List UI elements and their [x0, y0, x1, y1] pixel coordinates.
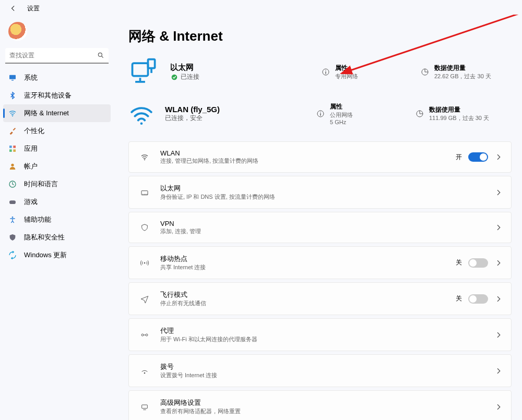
settings-row-4[interactable]: 飞行模式 停止所有无线通信 关 — [128, 282, 512, 315]
search-icon — [97, 52, 104, 59]
sidebar-item-3[interactable]: 个性化 — [3, 122, 111, 140]
row-title: 代理 — [160, 326, 494, 335]
sidebar-item-9[interactable]: 隐私和安全性 — [3, 229, 111, 246]
shield-icon — [8, 233, 17, 242]
row-subtitle: 共享 Internet 连接 — [160, 263, 456, 271]
connection-status: 已连接 — [170, 73, 311, 81]
sidebar-item-8[interactable]: 辅助功能 — [3, 211, 111, 229]
bluetooth-icon — [8, 91, 17, 100]
window-title: 设置 — [27, 4, 40, 13]
row-subtitle: 查看所有网络适配器，网络重置 — [160, 407, 494, 415]
row-subtitle: 停止所有无线通信 — [160, 299, 456, 307]
ethernet-connection-card: 以太网 已连接 属性 专用网络 数据使用量 22.62 GB，过去 30 天 — [128, 53, 512, 94]
chevron-right-icon — [494, 153, 503, 161]
svg-point-25 — [144, 372, 146, 374]
sidebar-item-1[interactable]: 蓝牙和其他设备 — [3, 87, 111, 104]
svg-point-11 — [12, 217, 14, 218]
properties-link[interactable]: 属性 公用网络 5 GHz — [316, 102, 405, 125]
sidebar-item-10[interactable]: Windows 更新 — [3, 246, 111, 264]
game-icon — [8, 198, 17, 206]
sidebar: 系统蓝牙和其他设备网络 & Internet个性化应用帐户时间和语言游戏辅助功能… — [0, 15, 114, 420]
sidebar-item-label: 游戏 — [24, 197, 38, 207]
proxy-icon — [137, 331, 152, 339]
settings-row-7[interactable]: 高级网络设置 查看所有网络适配器，网络重置 — [128, 390, 512, 420]
sidebar-item-6[interactable]: 时间和语言 — [3, 175, 111, 193]
svg-rect-1 — [9, 75, 16, 79]
titlebar: 设置 — [0, 0, 522, 15]
globe-clock-icon — [8, 180, 17, 188]
sidebar-item-0[interactable]: 系统 — [3, 69, 111, 87]
svg-point-17 — [140, 122, 143, 125]
settings-row-3[interactable]: 移动热点 共享 Internet 连接 关 — [128, 246, 512, 279]
row-title: 拨号 — [160, 362, 494, 371]
data-usage-link[interactable]: 数据使用量 22.62 GB，过去 30 天 — [421, 64, 522, 80]
settings-row-0[interactable]: WLAN 连接, 管理已知网络, 按流量计费的网络 开 — [128, 141, 512, 173]
update-icon — [8, 251, 17, 259]
row-subtitle: 连接, 管理已知网络, 按流量计费的网络 — [160, 157, 456, 165]
settings-row-2[interactable]: VPN 添加, 连接, 管理 — [128, 212, 512, 243]
sidebar-item-5[interactable]: 帐户 — [3, 158, 111, 175]
svg-point-24 — [146, 334, 148, 336]
row-title: WLAN — [160, 149, 456, 157]
row-subtitle: 身份验证, IP 和 DNS 设置, 按流量计费的网络 — [160, 193, 494, 201]
airplane-icon — [137, 295, 152, 303]
settings-row-5[interactable]: 代理 用于 Wi-Fi 和以太网连接的代理服务器 — [128, 318, 512, 351]
properties-link[interactable]: 属性 专用网络 — [322, 64, 410, 80]
toggle-switch[interactable] — [468, 258, 488, 268]
data-usage-link[interactable]: 数据使用量 111.99 GB，过去 30 天 — [416, 105, 520, 122]
toggle-switch[interactable] — [468, 294, 488, 304]
svg-point-20 — [144, 159, 145, 160]
sidebar-item-label: Windows 更新 — [24, 250, 67, 260]
chevron-right-icon — [494, 259, 503, 267]
ethernet-icon — [128, 56, 160, 88]
toggle-switch[interactable] — [468, 152, 488, 162]
wifi-icon — [128, 98, 155, 130]
chevron-right-icon — [494, 367, 503, 375]
svg-rect-4 — [9, 146, 12, 148]
user-avatar[interactable] — [8, 22, 27, 41]
info-icon — [316, 110, 325, 118]
toggle-state-label: 开 — [456, 153, 462, 162]
chevron-right-icon — [494, 188, 503, 197]
connection-title: WLAN (fly_5G) — [165, 105, 306, 114]
svg-rect-2 — [11, 80, 14, 80]
row-subtitle: 设置拨号 Internet 连接 — [160, 371, 494, 379]
sidebar-item-label: 时间和语言 — [24, 179, 58, 189]
svg-point-23 — [141, 334, 144, 336]
settings-row-1[interactable]: 以太网 身份验证, IP 和 DNS 设置, 按流量计费的网络 — [128, 176, 512, 209]
wifi-icon — [137, 153, 152, 161]
row-title: 高级网络设置 — [160, 398, 494, 407]
ethernet-icon — [137, 188, 152, 197]
sidebar-item-label: 蓝牙和其他设备 — [24, 91, 72, 100]
sidebar-item-7[interactable]: 游戏 — [3, 193, 111, 211]
sidebar-item-2[interactable]: 网络 & Internet — [3, 104, 111, 122]
pie-icon — [416, 110, 424, 118]
svg-rect-10 — [9, 200, 16, 204]
connection-title: 以太网 — [170, 63, 311, 73]
sidebar-item-4[interactable]: 应用 — [3, 140, 111, 158]
svg-rect-12 — [133, 63, 148, 76]
sidebar-nav: 系统蓝牙和其他设备网络 & Internet个性化应用帐户时间和语言游戏辅助功能… — [3, 69, 111, 264]
brush-icon — [8, 127, 17, 135]
back-button[interactable] — [7, 2, 20, 15]
svg-rect-6 — [9, 149, 12, 152]
wifi-icon — [8, 109, 17, 117]
svg-point-3 — [12, 115, 13, 116]
svg-point-22 — [144, 262, 146, 263]
row-title: 移动热点 — [160, 254, 456, 263]
svg-rect-26 — [142, 405, 148, 409]
sidebar-item-label: 个性化 — [24, 126, 44, 136]
info-icon — [322, 68, 330, 76]
shield-outline-icon — [137, 223, 152, 232]
chevron-right-icon — [494, 331, 503, 339]
accessibility-icon — [8, 215, 17, 224]
svg-point-0 — [98, 53, 102, 56]
search-input[interactable] — [5, 48, 109, 64]
svg-point-14 — [172, 74, 177, 80]
sidebar-item-label: 帐户 — [24, 162, 38, 171]
page-title: 网络 & Internet — [128, 27, 512, 45]
row-subtitle: 用于 Wi-Fi 和以太网连接的代理服务器 — [160, 335, 494, 343]
dialup-icon — [137, 367, 152, 375]
settings-row-6[interactable]: 拨号 设置拨号 Internet 连接 — [128, 354, 512, 387]
arrow-left-icon — [10, 5, 17, 12]
